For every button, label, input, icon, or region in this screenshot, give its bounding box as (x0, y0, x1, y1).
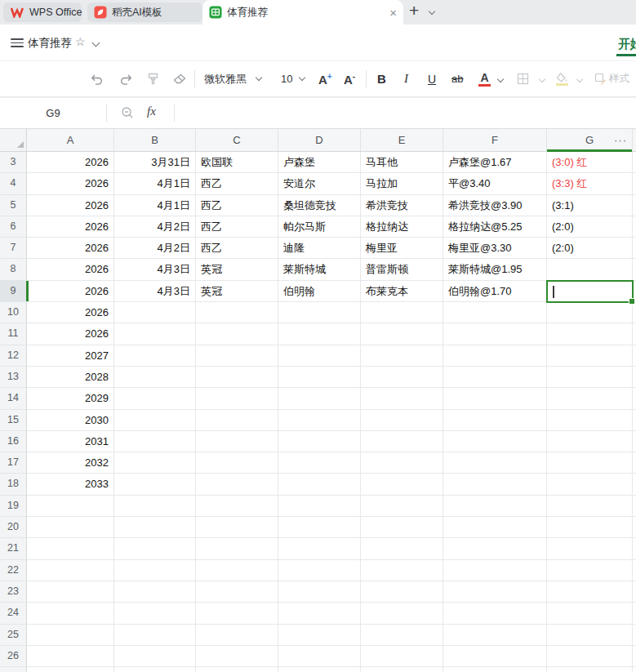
cell-C23[interactable] (196, 581, 278, 603)
cell-C21[interactable] (196, 538, 278, 559)
cell-C15[interactable] (196, 410, 278, 431)
cell-F5[interactable]: 希洪竞技@3.90 (443, 195, 547, 216)
cell-E11[interactable] (361, 323, 443, 345)
cell-E4[interactable]: 马拉加 (361, 173, 443, 194)
cell-D6[interactable]: 帕尔马斯 (278, 216, 361, 238)
cell-A18[interactable]: 2033 (27, 474, 114, 495)
cell-A24[interactable] (27, 603, 114, 624)
row-header-14[interactable]: 14 (0, 388, 27, 409)
col-header-B[interactable]: B (114, 129, 196, 151)
cell-C4[interactable]: 西乙 (196, 173, 278, 194)
row-header-10[interactable]: 10 (0, 302, 27, 323)
more-columns-button[interactable]: ··· (614, 129, 627, 151)
cell-D5[interactable]: 桑坦德竞技 (278, 195, 361, 216)
cell-F14[interactable] (443, 388, 547, 409)
cell-E18[interactable] (361, 474, 443, 495)
cell-G16[interactable] (547, 431, 633, 452)
cell-F15[interactable] (443, 410, 547, 431)
cell-A21[interactable] (27, 538, 114, 559)
cell-B21[interactable] (114, 538, 196, 559)
cell-G21[interactable] (547, 538, 633, 559)
cell-E3[interactable]: 马耳他 (361, 152, 443, 173)
cell-B19[interactable] (114, 496, 196, 517)
cell-A23[interactable] (27, 581, 114, 603)
tab-wps-office[interactable]: WPS Office (3, 2, 82, 22)
decrease-font-size-button[interactable]: A- (344, 61, 355, 96)
cell-F24[interactable] (443, 603, 547, 624)
cell-F25[interactable] (443, 625, 547, 646)
cell-B12[interactable] (114, 345, 196, 367)
zoom-search-icon[interactable] (121, 106, 135, 120)
row-header-7[interactable]: 7 (0, 238, 27, 259)
select-all-corner[interactable] (0, 129, 27, 151)
cell-E7[interactable]: 梅里亚 (361, 238, 443, 259)
cell-D7[interactable]: 迪隆 (278, 238, 361, 259)
row-header-21[interactable]: 21 (0, 538, 27, 559)
cell-B13[interactable] (114, 367, 196, 388)
cell-A15[interactable]: 2030 (27, 410, 114, 431)
font-name-select[interactable]: 微软雅黑 (204, 61, 261, 96)
undo-button[interactable] (90, 61, 104, 96)
close-tab-icon[interactable]: × (389, 7, 397, 19)
cell-D12[interactable] (278, 345, 361, 367)
cell-E19[interactable] (361, 496, 443, 517)
cell-A12[interactable]: 2027 (27, 345, 114, 367)
cell-B25[interactable] (114, 625, 196, 646)
cell-B18[interactable] (114, 474, 196, 495)
cell-B7[interactable]: 4月2日 (114, 238, 196, 259)
fill-color-button[interactable] (556, 61, 568, 96)
font-size-select[interactable]: 10 (281, 61, 305, 96)
cell-G24[interactable] (547, 603, 633, 624)
cell-C6[interactable]: 西乙 (196, 216, 278, 238)
cell-G17[interactable] (547, 452, 633, 474)
cell-A5[interactable]: 2026 (27, 195, 114, 216)
active-cell-selection[interactable] (546, 280, 634, 303)
redo-button[interactable] (119, 61, 133, 96)
cell-A11[interactable]: 2026 (27, 323, 114, 345)
cell-C10[interactable] (196, 302, 278, 323)
cell-A19[interactable] (27, 496, 114, 517)
cell-A27[interactable] (27, 667, 114, 672)
cell-G13[interactable] (547, 367, 633, 388)
tab-list-chevron-icon[interactable] (429, 8, 435, 15)
row-header-15[interactable]: 15 (0, 410, 27, 431)
cell-B11[interactable] (114, 323, 196, 345)
cell-E27[interactable] (361, 667, 443, 672)
cell-F3[interactable]: 卢森堡@1.67 (443, 152, 547, 173)
cell-D21[interactable] (278, 538, 361, 559)
cell-E26[interactable] (361, 646, 443, 667)
row-header-26[interactable]: 26 (0, 646, 27, 667)
row-header-8[interactable]: 8 (0, 259, 27, 280)
cell-B23[interactable] (114, 581, 196, 603)
cell-F13[interactable] (443, 367, 547, 388)
cell-B16[interactable] (114, 431, 196, 452)
cell-E22[interactable] (361, 560, 443, 581)
cell-D11[interactable] (278, 323, 361, 345)
cell-F4[interactable]: 平@3.40 (443, 173, 547, 194)
cell-D15[interactable] (278, 410, 361, 431)
cell-A13[interactable]: 2028 (27, 367, 114, 388)
increase-font-size-button[interactable]: A+ (318, 61, 332, 96)
cell-F6[interactable]: 格拉纳达@5.25 (443, 216, 547, 238)
cell-B5[interactable]: 4月1日 (114, 195, 196, 216)
col-header-F[interactable]: F (443, 129, 547, 151)
cell-B6[interactable]: 4月2日 (114, 216, 196, 238)
cell-A17[interactable]: 2032 (27, 452, 114, 474)
main-menu-icon[interactable] (11, 38, 24, 47)
cell-G18[interactable] (547, 474, 633, 495)
cell-D4[interactable]: 安道尔 (278, 173, 361, 194)
row-header-3[interactable]: 3 (0, 152, 27, 173)
favorite-star-icon[interactable]: ☆ (75, 35, 86, 48)
cell-B26[interactable] (114, 646, 196, 667)
cell-G11[interactable] (547, 323, 633, 345)
cell-B15[interactable] (114, 410, 196, 431)
cell-G25[interactable] (547, 625, 633, 646)
ribbon-tab-home[interactable]: 开始 (618, 37, 636, 52)
cell-D17[interactable] (278, 452, 361, 474)
italic-button[interactable]: I (404, 61, 408, 96)
cell-A16[interactable]: 2031 (27, 431, 114, 452)
cell-B3[interactable]: 3月31日 (114, 152, 196, 173)
cell-E12[interactable] (361, 345, 443, 367)
cell-A10[interactable]: 2026 (27, 302, 114, 323)
cell-A25[interactable] (27, 625, 114, 646)
